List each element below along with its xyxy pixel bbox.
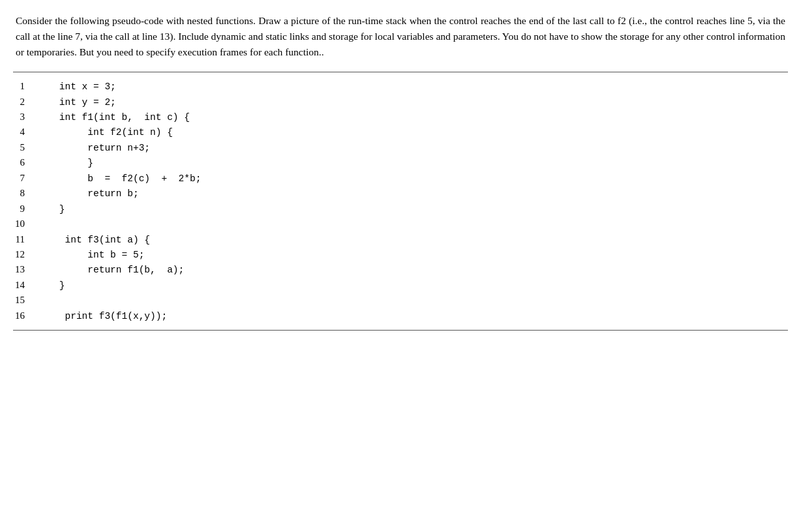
code-line: 11 int f3(int a) { <box>13 232 788 247</box>
code-line: 16 print f3(f1(x,y)); <box>13 308 788 323</box>
line-number: 2 <box>13 95 37 110</box>
line-code: return f1(b, a); <box>37 263 184 277</box>
line-code: print f3(f1(x,y)); <box>37 309 167 323</box>
line-number: 16 <box>13 308 37 323</box>
line-code: } <box>37 278 65 293</box>
code-line: 7 b = f2(c) + 2*b; <box>13 171 788 186</box>
line-number: 7 <box>13 171 37 186</box>
line-number: 11 <box>13 232 37 247</box>
line-number: 14 <box>13 278 37 293</box>
line-code: return n+3; <box>37 141 150 155</box>
code-line: 6 } <box>13 155 788 170</box>
line-code: int f1(int b, int c) { <box>37 110 190 125</box>
code-line: 15 <box>13 293 788 308</box>
line-code: int x = 3; <box>37 80 116 94</box>
line-number: 3 <box>13 110 37 125</box>
code-line: 12 int b = 5; <box>13 247 788 262</box>
line-code: int f2(int n) { <box>37 125 173 140</box>
line-number: 9 <box>13 201 37 216</box>
line-number: 15 <box>13 293 37 308</box>
line-number: 10 <box>13 216 37 231</box>
line-number: 1 <box>13 79 37 94</box>
code-line: 3 int f1(int b, int c) { <box>13 110 788 125</box>
code-line: 8 return b; <box>13 186 788 201</box>
line-number: 12 <box>13 247 37 262</box>
line-code: int f3(int a) { <box>37 233 150 247</box>
line-code: b = f2(c) + 2*b; <box>37 171 201 186</box>
line-code: return b; <box>37 186 139 201</box>
code-block: 1 int x = 3;2 int y = 2;3 int f1(int b, … <box>13 72 788 331</box>
line-code: } <box>37 202 65 216</box>
code-line: 9 } <box>13 201 788 216</box>
line-number: 5 <box>13 140 37 155</box>
line-code: int b = 5; <box>37 248 144 262</box>
code-line: 10 <box>13 216 788 231</box>
code-line: 4 int f2(int n) { <box>13 125 788 140</box>
line-code: } <box>37 156 93 170</box>
code-line: 14 } <box>13 278 788 293</box>
line-number: 6 <box>13 155 37 170</box>
code-line: 1 int x = 3; <box>13 79 788 94</box>
code-line: 2 int y = 2; <box>13 95 788 110</box>
line-number: 4 <box>13 125 37 140</box>
code-line: 5 return n+3; <box>13 140 788 155</box>
line-number: 13 <box>13 262 37 277</box>
line-number: 8 <box>13 186 37 201</box>
line-code: int y = 2; <box>37 95 116 110</box>
code-line: 13 return f1(b, a); <box>13 262 788 277</box>
description: Consider the following pseudo-code with … <box>13 13 788 60</box>
